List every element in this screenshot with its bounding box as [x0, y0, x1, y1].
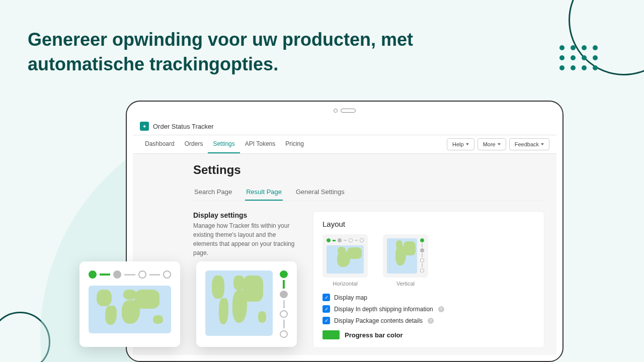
checkbox-icon: ✓	[323, 317, 330, 324]
color-swatch[interactable]	[323, 330, 340, 339]
menu-item-pricing[interactable]: Pricing	[280, 135, 309, 153]
chevron-down-icon	[498, 143, 501, 145]
feedback-label: Feedback	[515, 141, 539, 147]
display-options: ✓Display map✓Display In depth shipping i…	[323, 294, 535, 324]
help-button[interactable]: Help	[447, 138, 474, 150]
preview-card-vertical	[196, 261, 297, 347]
mini-map-icon	[387, 238, 417, 274]
menu-item-settings[interactable]: Settings	[208, 135, 239, 153]
menu-item-api-tokens[interactable]: API Tokens	[240, 135, 280, 153]
checkbox-label: Display map	[334, 294, 367, 301]
app-title: Order Status Tracker	[153, 123, 214, 130]
side-desc: Manage how Tracker fits within your exis…	[193, 221, 299, 257]
layout-option-horizontal[interactable]	[323, 234, 368, 278]
checkbox-icon: ✓	[323, 305, 330, 313]
more-label: More	[483, 141, 496, 147]
checkbox-icon: ✓	[323, 294, 330, 301]
menu-item-dashboard[interactable]: Dashboard	[140, 135, 180, 153]
chevron-down-icon	[541, 143, 544, 145]
preview-card-horizontal	[79, 261, 180, 347]
checkbox-row[interactable]: ✓Display map	[323, 294, 535, 301]
checkbox-label: Display In depth shipping information	[334, 306, 433, 313]
subtabs: Search PageResult PageGeneral Settings	[193, 184, 544, 201]
mini-map-icon	[327, 245, 364, 274]
checkbox-row[interactable]: ✓Display Package contents details?	[323, 317, 535, 324]
app-logo-icon: ✦	[140, 122, 149, 131]
mini-progress-vertical	[420, 238, 424, 274]
chevron-down-icon	[466, 143, 469, 145]
layout-panel: Layout Horizontal	[313, 211, 544, 348]
map-preview	[205, 270, 273, 336]
layout-option-vertical[interactable]	[383, 234, 428, 278]
app-header: ✦ Order Status Tracker	[133, 118, 556, 135]
mini-progress-horizontal	[327, 238, 364, 242]
subtab-search-page[interactable]: Search Page	[193, 184, 233, 201]
main-menubar: DashboardOrdersSettingsAPI TokensPricing…	[133, 135, 556, 154]
checkbox-label: Display Package contents details	[334, 317, 423, 324]
help-icon[interactable]: ?	[438, 306, 444, 312]
layout-label-horizontal: Horizontal	[323, 281, 368, 287]
progress-horizontal	[89, 270, 171, 279]
help-label: Help	[452, 141, 464, 147]
panel-heading: Layout	[323, 220, 535, 228]
checkbox-row[interactable]: ✓Display In depth shipping information?	[323, 305, 535, 313]
menu-item-orders[interactable]: Orders	[180, 135, 208, 153]
subtab-general-settings[interactable]: General Settings	[295, 184, 346, 201]
side-heading: Display settings	[193, 211, 299, 219]
map-preview	[89, 286, 171, 333]
tablet-camera	[334, 109, 356, 113]
layout-label-vertical: Vertical	[383, 281, 428, 287]
decor-dots	[559, 45, 599, 70]
tablet-frame: ✦ Order Status Tracker DashboardOrdersSe…	[126, 101, 564, 362]
feedback-button[interactable]: Feedback	[509, 138, 549, 150]
progress-color-row[interactable]: Progress bar color	[323, 330, 535, 339]
page-title: Settings	[193, 163, 544, 177]
more-button[interactable]: More	[477, 138, 506, 150]
help-icon[interactable]: ?	[428, 318, 434, 324]
subtab-result-page[interactable]: Result Page	[245, 184, 283, 201]
color-label: Progress bar color	[345, 331, 403, 339]
progress-vertical	[280, 270, 288, 338]
hero-headline: Genereer opwinding voor uw producten, me…	[28, 28, 430, 76]
